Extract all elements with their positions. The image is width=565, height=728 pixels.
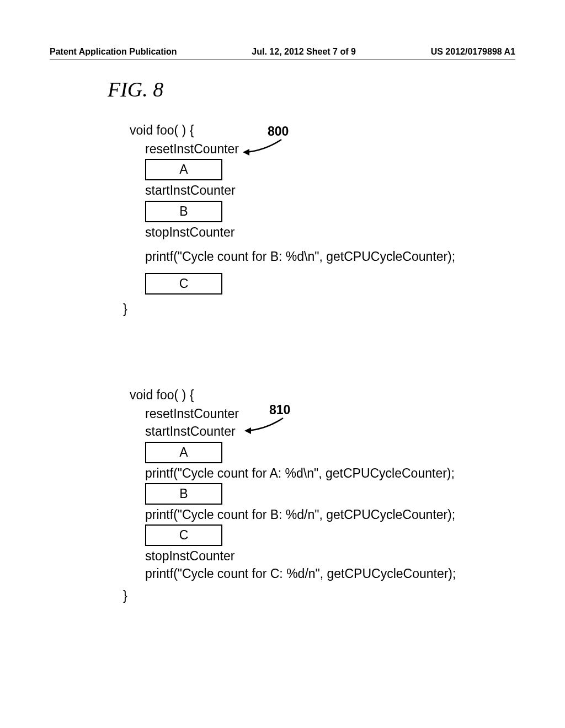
leader-arrow-icon (239, 415, 289, 435)
printf-c-statement: printf("Cycle count for C: %d/n", getCPU… (145, 565, 456, 582)
header-left: Patent Application Publication (50, 47, 177, 57)
printf-b-statement: printf("Cycle count for B: %d/n", getCPU… (145, 506, 456, 523)
header-underline (50, 60, 515, 60)
code-block-a: A (145, 159, 222, 180)
reset-counter-statement: resetInstCounter (145, 140, 455, 158)
page-header: Patent Application Publication Jul. 12, … (0, 47, 565, 57)
leader-arrow-icon (237, 137, 287, 156)
code-block-b: B (145, 483, 222, 505)
printf-b-statement: printf("Cycle count for B: %d\n", getCPU… (145, 248, 455, 265)
start-counter-statement: startInstCounter (145, 422, 456, 440)
svg-marker-0 (243, 149, 249, 156)
code-block-c: C (145, 524, 222, 546)
header-center: Jul. 12, 2012 Sheet 7 of 9 (252, 47, 356, 57)
stop-counter-statement: stopInstCounter (145, 547, 456, 565)
svg-marker-1 (244, 427, 251, 434)
code-block-800: void foo( ) { resetInstCounter A startIn… (119, 121, 455, 318)
printf-a-statement: printf("Cycle count for A: %d\n", getCPU… (145, 464, 456, 482)
func-declaration: void foo( ) { (130, 121, 455, 139)
stop-counter-statement: stopInstCounter (145, 223, 455, 241)
figure-title: FIG. 8 (108, 77, 163, 101)
func-declaration: void foo( ) { (130, 386, 456, 404)
code-block-a: A (145, 442, 222, 463)
code-block-b: B (145, 201, 222, 222)
reset-counter-statement: resetInstCounter (145, 405, 456, 422)
header-right: US 2012/0179898 A1 (431, 47, 515, 57)
func-close-brace: } (123, 300, 455, 318)
code-block-c: C (145, 273, 222, 295)
func-close-brace: } (123, 587, 456, 604)
start-counter-statement: startInstCounter (145, 181, 455, 199)
